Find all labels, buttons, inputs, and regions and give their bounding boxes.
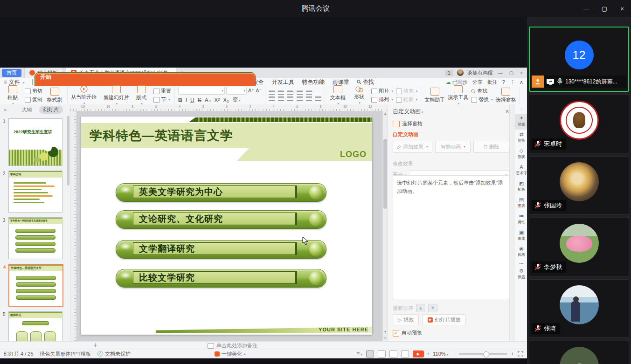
italic-button[interactable]: I <box>186 97 187 103</box>
selection-pane-link[interactable]: 选择窗格 <box>393 120 509 127</box>
panel-scrollbar[interactable] <box>509 104 514 341</box>
find-button[interactable]: 查找 <box>471 88 493 95</box>
strip-shapes[interactable]: ◇形状 <box>515 146 527 162</box>
comment-button[interactable]: 批注 <box>487 79 498 86</box>
minimize-button[interactable]: — <box>578 0 596 17</box>
zoom-out-button[interactable]: − <box>452 351 455 357</box>
text-direction-icon[interactable] <box>306 90 312 95</box>
menu-devtools[interactable]: 开发工具 <box>272 78 294 86</box>
tab-outline[interactable]: 大纲 <box>18 106 36 114</box>
align-right-icon[interactable] <box>287 96 293 101</box>
add-slide-button[interactable]: + <box>93 341 97 349</box>
strip-properties[interactable]: ≔属性 <box>515 212 527 227</box>
outline-button[interactable]: 轮廓 <box>396 96 418 103</box>
play-from-current-button[interactable]: 从当前开始 <box>71 85 97 105</box>
slideshow-button[interactable]: ▶ <box>413 350 424 357</box>
slide-thumbnail-2[interactable]: 2 学科方向 <box>8 171 62 213</box>
slide-thumbnail-4-selected[interactable]: 4 学科特色—英语语言文学 <box>8 264 63 307</box>
collapse-panel-button[interactable]: « <box>4 107 7 112</box>
selection-pane-button[interactable]: 选择窗格 <box>496 88 516 103</box>
maximize-button[interactable]: ▢ <box>596 0 613 17</box>
user-name[interactable]: 谈笑有鸿儒 <box>467 69 493 76</box>
new-slide-button[interactable]: 新建幻灯片 <box>104 85 129 106</box>
slide-canvas[interactable]: 学科特色—英语语言文学 LOGO 英美文学研究为中心 文论研究、文化研究 文学翻… <box>70 111 383 341</box>
slide-sorter-icon[interactable] <box>378 350 386 357</box>
slide-bullet-1[interactable]: 英美文学研究为中心 <box>116 183 326 202</box>
delete-effect-button[interactable]: 删除 <box>473 141 509 153</box>
zoom-level[interactable]: 110% <box>433 351 448 357</box>
cut-button[interactable]: 剪切 <box>25 88 42 95</box>
notes-field[interactable]: 单击此处添加备注 <box>208 342 257 349</box>
strip-settings[interactable]: ⚙设置 <box>515 267 527 282</box>
play-button[interactable]: ▷播放 <box>393 314 419 325</box>
template-name[interactable]: 绿色矢量形体PPT模板 <box>40 350 91 357</box>
participant-tile[interactable]: 张琦 <box>529 279 629 338</box>
strip-chart[interactable]: ▤图表 <box>515 195 527 211</box>
participant-tile[interactable]: 张国玲 <box>529 156 629 215</box>
find-menu[interactable]: 查找 <box>357 78 374 86</box>
more-options-icon[interactable]: ⋮ <box>510 79 515 85</box>
zoom-in-button[interactable]: + <box>511 351 514 357</box>
strip-gallery[interactable]: ▣图库 <box>515 228 527 244</box>
notes-view-icon[interactable] <box>401 350 409 357</box>
picture-button[interactable]: 图片 <box>371 88 393 95</box>
user-avatar[interactable] <box>457 69 464 76</box>
doc-count-badge[interactable]: 1 <box>445 70 453 76</box>
strip-animation[interactable]: ✦动画 <box>515 114 527 130</box>
align-left-icon[interactable] <box>269 96 275 101</box>
zoom-slider-knob[interactable] <box>483 351 489 357</box>
superscript-button[interactable]: X² <box>214 97 220 103</box>
wps-maximize-button[interactable]: ▢ <box>508 70 515 76</box>
line-spacing-icon[interactable] <box>306 96 312 101</box>
doc-assistant-button[interactable]: 文档助手 <box>424 88 445 103</box>
paste-button[interactable]: 粘贴 <box>3 85 22 106</box>
collapse-ribbon-icon[interactable]: ∧ <box>520 79 523 85</box>
textbox-button[interactable]: 文本框 <box>328 85 347 106</box>
tab-slides[interactable]: 幻灯片 <box>39 106 63 114</box>
fill-button[interactable]: 填充 <box>396 88 418 95</box>
increase-font-button[interactable]: A⁺ <box>248 88 254 94</box>
numbered-list-icon[interactable] <box>278 90 284 95</box>
canvas-scrollbar[interactable]: ▴ ▾ ▿ <box>382 111 388 341</box>
drag-handle-icon[interactable]: ＝ <box>520 106 524 112</box>
thumbnail-scrollbar[interactable] <box>67 116 69 185</box>
wps-close-button[interactable]: × <box>519 70 524 76</box>
copy-button[interactable]: 复制 <box>25 96 42 103</box>
auto-preview-checkbox[interactable]: ✓自动预览 <box>393 330 422 337</box>
slide-bullet-4[interactable]: 比较文学研究 <box>116 269 326 288</box>
tab-home[interactable]: 首页 <box>2 69 21 77</box>
normal-view-icon[interactable] <box>366 350 374 357</box>
present-tools-button[interactable]: 演示工具 <box>448 85 468 106</box>
font-size-select[interactable] <box>226 87 247 95</box>
columns-icon[interactable] <box>315 96 321 101</box>
slide-thumbnail-5[interactable]: 5 教师队伍 <box>8 311 62 341</box>
slideshow-play-button[interactable]: ▶幻灯片播放 <box>423 314 465 325</box>
reading-view-icon[interactable] <box>389 350 397 357</box>
slide-thumbnail-1[interactable]: 1 2022研究生招生宣讲 <box>8 118 62 166</box>
slideshow-dropdown-icon[interactable]: ▾ <box>428 352 430 356</box>
align-center-icon[interactable] <box>278 96 284 101</box>
doc-protection-status[interactable]: 文档未保护 <box>97 350 131 357</box>
arrange-button[interactable]: 排列 <box>371 96 393 103</box>
participant-tile[interactable] <box>529 341 629 364</box>
layout-button[interactable]: 版式 <box>132 85 151 106</box>
beautify-button[interactable]: 一键美化▴ <box>215 350 246 357</box>
shapes-button[interactable]: 形状 <box>350 86 368 105</box>
bold-button[interactable]: B <box>178 97 182 103</box>
bullet-list-icon[interactable] <box>269 90 275 95</box>
help-button[interactable]: ? <box>502 79 505 85</box>
slide[interactable]: 学科特色—英语语言文学 LOGO 英美文学研究为中心 文论研究、文化研究 文学翻… <box>81 117 372 335</box>
increase-indent-icon[interactable] <box>297 90 303 95</box>
participant-tile[interactable]: 李梦秋 <box>529 218 629 276</box>
format-painter-button[interactable]: 格式刷 <box>45 88 64 103</box>
smart-animation-button[interactable]: 智能动画 <box>435 141 471 153</box>
justify-icon[interactable] <box>297 96 303 101</box>
notes-toggle-icon[interactable]: ≡ <box>356 350 362 357</box>
move-up-button[interactable]: ▲ <box>416 304 425 312</box>
reset-button[interactable]: 重置 <box>153 88 171 95</box>
move-down-button[interactable]: ▼ <box>428 304 437 312</box>
strip-wordart[interactable]: A艺术字 <box>515 163 527 179</box>
close-panel-icon[interactable]: ✕ <box>505 109 509 115</box>
slide-title[interactable]: 学科特色—英语语言文学 <box>81 127 233 144</box>
strip-more-icon[interactable]: ••• <box>519 261 523 266</box>
